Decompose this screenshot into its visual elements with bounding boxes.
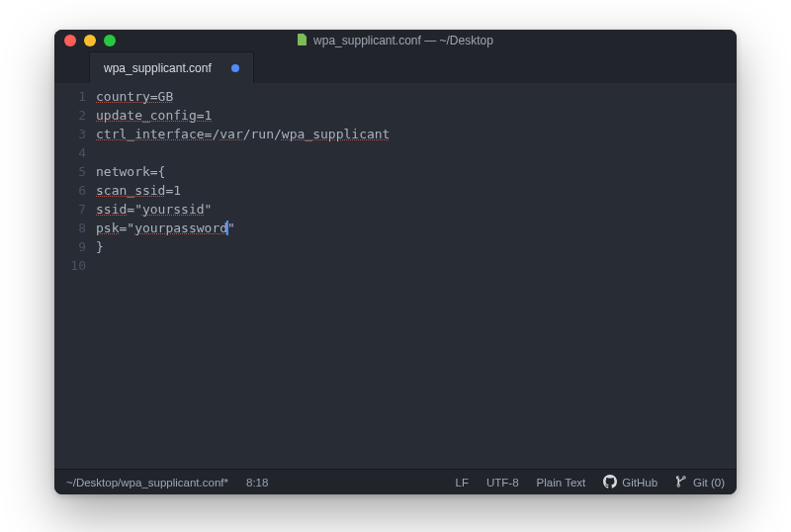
status-github[interactable]: GitHub xyxy=(603,475,658,490)
line-number: 5 xyxy=(54,162,86,181)
code-line[interactable]: update_config=1 xyxy=(96,106,737,125)
window-title-text: wpa_supplicant.conf — ~/Desktop xyxy=(313,34,493,47)
tab-bar: wpa_supplicant.conf xyxy=(54,51,737,83)
code-line[interactable]: ssid="yourssid" xyxy=(96,200,737,219)
editor-area[interactable]: 12345678910 country=GBupdate_config=1ctr… xyxy=(54,83,737,469)
titlebar: wpa_supplicant.conf — ~/Desktop xyxy=(54,30,737,51)
code-line[interactable]: psk="yourpassword" xyxy=(96,219,737,237)
code-line[interactable]: network={ xyxy=(96,162,737,181)
line-number: 6 xyxy=(54,181,86,200)
line-number: 1 xyxy=(54,87,86,106)
status-grammar[interactable]: Plain Text xyxy=(537,477,586,488)
status-git-label: Git (0) xyxy=(693,477,725,488)
line-number: 10 xyxy=(54,256,86,275)
unsaved-indicator-icon xyxy=(231,64,239,72)
git-branch-icon xyxy=(675,475,688,490)
status-encoding[interactable]: UTF-8 xyxy=(486,477,519,488)
code-line[interactable]: } xyxy=(96,237,737,256)
tab-label: wpa_supplicant.conf xyxy=(104,61,212,75)
status-line-ending[interactable]: LF xyxy=(456,477,469,488)
minimize-icon[interactable] xyxy=(84,35,96,46)
status-cursor-position[interactable]: 8:18 xyxy=(246,477,268,488)
code-line[interactable] xyxy=(96,256,737,275)
window-title: wpa_supplicant.conf — ~/Desktop xyxy=(54,34,737,47)
status-git[interactable]: Git (0) xyxy=(675,475,725,490)
code-line[interactable]: country=GB xyxy=(96,87,737,106)
window-controls xyxy=(54,35,116,46)
editor-window: wpa_supplicant.conf — ~/Desktop wpa_supp… xyxy=(54,30,737,494)
code-line[interactable]: scan_ssid=1 xyxy=(96,181,737,200)
line-number: 3 xyxy=(54,125,86,143)
line-number: 8 xyxy=(54,219,86,237)
status-bar: ~/Desktop/wpa_supplicant.conf* 8:18 LF U… xyxy=(54,469,737,494)
code-line[interactable] xyxy=(96,143,737,162)
line-number: 9 xyxy=(54,237,86,256)
close-icon[interactable] xyxy=(64,35,76,46)
tab-file[interactable]: wpa_supplicant.conf xyxy=(89,51,254,83)
github-icon xyxy=(603,475,617,490)
zoom-icon[interactable] xyxy=(104,35,116,46)
code-content[interactable]: country=GBupdate_config=1ctrl_interface=… xyxy=(96,83,737,469)
file-icon xyxy=(298,34,308,47)
line-number: 4 xyxy=(54,143,86,162)
status-github-label: GitHub xyxy=(622,477,658,488)
line-number: 7 xyxy=(54,200,86,219)
status-filepath[interactable]: ~/Desktop/wpa_supplicant.conf* xyxy=(66,477,228,488)
line-number: 2 xyxy=(54,106,86,125)
line-number-gutter: 12345678910 xyxy=(54,83,96,469)
text-cursor xyxy=(226,221,228,235)
code-line[interactable]: ctrl_interface=/var/run/wpa_supplicant xyxy=(96,125,737,143)
